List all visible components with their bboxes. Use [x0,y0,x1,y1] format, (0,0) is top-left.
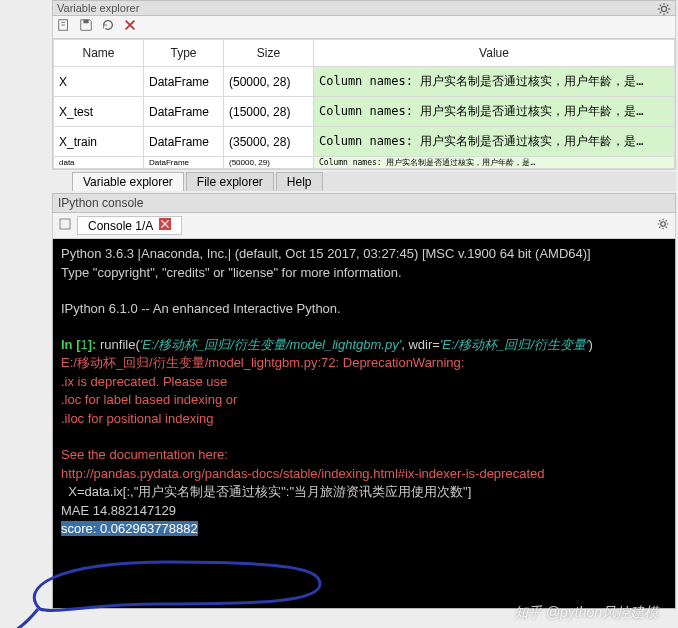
console-title-text: IPython console [58,196,143,210]
tab-menu-icon[interactable] [59,218,71,233]
cell-size: (50000, 29) [224,157,314,169]
path-arg: 'E:/移动杯_回归/衍生变量' [440,337,589,352]
prompt-close: ]: [88,337,100,352]
gear-icon[interactable] [657,2,671,18]
console-line: IPython 6.1.0 -- An enhanced Interactive… [61,301,341,316]
cell-type: DataFrame [144,127,224,157]
output-score-selected: score: 0.062963778882 [61,521,198,536]
svg-point-7 [661,222,666,227]
warning-line: .ix is deprecated. Please use [61,374,227,389]
cell-value: Column names: 用户实名制是否通过核实，用户年龄，是… [314,97,675,127]
watermark: 知乎 @python风控建模 [514,604,658,622]
warning-line: http://pandas.pydata.org/pandas-docs/sta… [61,466,544,481]
table-row[interactable]: X_train DataFrame (35000, 28) Column nam… [54,127,675,157]
console-line: X=data.ix[:,"用户实名制是否通过核实":"当月旅游资讯类应用使用次数… [61,484,471,499]
cell-type: DataFrame [144,157,224,169]
console-tabs: Console 1/A [52,213,676,239]
variable-table-wrap: Name Type Size Value X DataFrame (50000,… [52,39,676,170]
warning-line: .iloc for positional indexing [61,411,213,426]
cell-name: X_train [54,127,144,157]
console-line: , wdir= [401,337,440,352]
cell-size: (35000, 28) [224,127,314,157]
cell-type: DataFrame [144,67,224,97]
col-size[interactable]: Size [224,40,314,67]
delete-icon[interactable] [123,18,137,36]
cell-value: Column names: 用户实名制是否通过核实，用户年龄，是… [314,67,675,97]
cell-name: X_test [54,97,144,127]
tab-help[interactable]: Help [276,172,323,191]
svg-rect-2 [83,20,88,24]
console-line: runfile( [100,337,140,352]
variable-explorer-title: Variable explorer [52,0,676,16]
col-value[interactable]: Value [314,40,675,67]
tab-file-explorer[interactable]: File explorer [186,172,274,191]
console-tab[interactable]: Console 1/A [77,216,182,235]
cell-value: Column names: 用户实名制是否通过核实，用户年龄，是… [314,127,675,157]
title-text: Variable explorer [57,2,139,14]
warning-line: .loc for label based indexing or [61,392,237,407]
tab-close-icon[interactable] [159,218,171,233]
variable-table: Name Type Size Value X DataFrame (50000,… [53,39,675,169]
table-row[interactable]: X DataFrame (50000, 28) Column names: 用户… [54,67,675,97]
col-name[interactable]: Name [54,40,144,67]
table-row[interactable]: X_test DataFrame (15000, 28) Column name… [54,97,675,127]
cell-size: (15000, 28) [224,97,314,127]
cell-name: data [54,157,144,169]
console-line: Type "copyright", "credits" or "license"… [61,265,402,280]
hand-annotation [10,554,340,628]
cell-value: Column names: 用户实名制是否通过核实，用户年龄，是… [314,157,675,169]
explorer-tabstrip: Variable explorer File explorer Help [72,172,676,191]
col-type[interactable]: Type [144,40,224,67]
console-title: IPython console [52,193,676,213]
output-mae: MAE 14.882147129 [61,503,176,518]
svg-rect-5 [60,219,70,229]
console-gear-icon[interactable] [657,218,669,233]
tab-variable-explorer[interactable]: Variable explorer [72,172,184,191]
prompt-num: 1 [81,337,88,352]
table-row[interactable]: data DataFrame (50000, 29) Column names:… [54,157,675,169]
prompt-in: In [ [61,337,81,352]
console-tab-label: Console 1/A [88,219,153,233]
warning-line: See the documentation here: [61,447,228,462]
svg-point-0 [661,6,666,11]
refresh-icon[interactable] [101,18,115,36]
path-arg: 'E:/移动杯_回归/衍生变量/model_lightgbm.py' [140,337,401,352]
cell-size: (50000, 28) [224,67,314,97]
cell-type: DataFrame [144,97,224,127]
cell-name: X [54,67,144,97]
import-icon[interactable] [57,18,71,36]
save-icon[interactable] [79,18,93,36]
console-line: ) [589,337,593,352]
variable-explorer-toolbar [52,16,676,39]
console-line: Python 3.6.3 |Anaconda, Inc.| (default, … [61,246,591,261]
warning-line: E:/移动杯_回归/衍生变量/model_lightgbm.py:72: Dep… [61,355,464,370]
